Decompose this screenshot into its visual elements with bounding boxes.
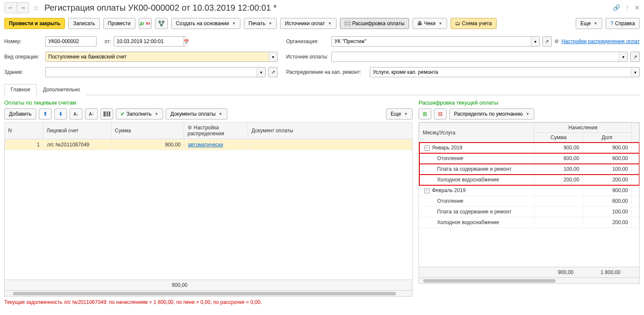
open-building-button[interactable]: ↗: [268, 67, 278, 77]
svg-rect-10: [108, 111, 109, 117]
collapse-icon[interactable]: −: [424, 146, 430, 151]
collapse-all-button[interactable]: ⊟: [434, 108, 447, 120]
left-footer-sum: 900,00: [115, 282, 187, 288]
tab-main[interactable]: Главное: [4, 84, 37, 95]
fill-button[interactable]: ✔ Заполнить▼: [116, 108, 163, 120]
right-footer-debt: 1 800,00: [577, 267, 624, 277]
tree-row[interactable]: Плата за содержание и ремонт 100,00 100,…: [419, 164, 639, 175]
more-button[interactable]: Еще▼: [576, 18, 602, 29]
org-label: Организация:: [286, 38, 329, 44]
nav-back-button[interactable]: ←: [5, 3, 17, 13]
col-sum2[interactable]: Сумма: [534, 133, 583, 143]
right-panel-title: Расшифровка текущей оплаты: [419, 99, 640, 106]
col-accruals[interactable]: Начисления: [534, 123, 632, 133]
move-down-button[interactable]: ⬇: [54, 108, 67, 120]
distribution-settings-link[interactable]: Настройки распределения оплат: [562, 38, 640, 44]
payments-table: N Лицевой счет Сумма ⚙ Настройка распред…: [4, 122, 413, 139]
add-button[interactable]: Добавить: [4, 108, 36, 120]
sort-desc-button[interactable]: A↑: [85, 108, 98, 120]
close-icon[interactable]: ✕: [635, 4, 640, 11]
more-vertical-icon[interactable]: ⋮: [624, 4, 630, 11]
svg-rect-9: [107, 111, 108, 117]
building-label: Здание:: [4, 69, 43, 75]
barcode-button[interactable]: [100, 108, 113, 120]
dropdown-icon[interactable]: ▾: [257, 67, 265, 77]
col-month-service[interactable]: Месяц/Услуга: [419, 123, 534, 143]
left-more-button[interactable]: Еще▼: [386, 108, 413, 120]
favorite-star-icon[interactable]: ☆: [32, 3, 41, 12]
dropdown-icon[interactable]: ▾: [619, 52, 627, 61]
svg-rect-6: [103, 111, 104, 117]
right-footer-sum: 900,00: [530, 267, 577, 277]
tree-row[interactable]: Отопление 600,00 600,00: [419, 153, 639, 164]
col-acct[interactable]: Лицевой счет: [43, 122, 111, 139]
right-hscrollbar[interactable]: [419, 278, 640, 284]
help-button[interactable]: ? Справка: [606, 18, 640, 29]
debt-summary: Текущая задолженность л/с №2011067049: п…: [4, 297, 413, 308]
tree-row[interactable]: Отопление 600,00: [419, 196, 639, 207]
date-field[interactable]: [114, 37, 183, 46]
distribute-default-button[interactable]: Распределить по умолчанию▼: [449, 108, 534, 120]
distribution-link[interactable]: автоматически: [188, 142, 223, 148]
sort-asc-button[interactable]: A↓: [70, 108, 82, 120]
tree-row[interactable]: Холодное водоснабжение 200,00 200,00: [419, 175, 639, 185]
save-button[interactable]: Записать: [68, 18, 100, 29]
left-panel-title: Оплаты по лицевым счетам: [4, 99, 413, 106]
col-doc[interactable]: Документ оплаты: [248, 122, 413, 139]
svg-rect-8: [105, 111, 106, 117]
dropdown-icon[interactable]: ▾: [631, 67, 639, 77]
create-based-on-button[interactable]: Создать на основании▼: [171, 18, 240, 29]
dt-kt-icon-button[interactable]: ДтКт: [139, 18, 152, 29]
breakdown-table: Месяц/Услуга Начисления Сумма Долг −Янва…: [419, 122, 639, 228]
accounting-scheme-button[interactable]: 🗂Схема учета: [451, 18, 497, 29]
tree-row[interactable]: −Январь 2019 900,00 900,00: [419, 143, 639, 153]
col-n[interactable]: N: [5, 122, 43, 139]
capdist-label: Распределение на кап. ремонт:: [286, 69, 367, 75]
payment-breakdown-button[interactable]: Расшифровка оплаты: [340, 18, 409, 29]
open-org-button[interactable]: ↗: [542, 36, 552, 47]
page-title: Регистрация оплаты УК00-000002 от 10.03.…: [44, 3, 609, 13]
calendar-icon-button[interactable]: 📅: [183, 37, 189, 46]
source-label: Источник оплаты:: [286, 54, 329, 60]
svg-rect-3: [345, 21, 351, 26]
structure-icon: [158, 20, 164, 26]
number-label: Номер:: [4, 38, 43, 44]
dropdown-icon[interactable]: ▾: [531, 37, 539, 46]
post-button[interactable]: Провести: [103, 18, 135, 29]
from-label: от:: [99, 38, 111, 44]
checks-button[interactable]: 🖶Чеки▼: [413, 18, 447, 29]
print-button[interactable]: Печать▼: [244, 18, 277, 29]
source-field[interactable]: [332, 52, 619, 61]
link-icon[interactable]: 🔗: [613, 4, 620, 11]
list-icon: [345, 21, 351, 26]
collapse-icon[interactable]: −: [424, 188, 430, 193]
post-and-close-button[interactable]: Провести и закрыть: [4, 18, 65, 29]
scheme-icon: 🗂: [455, 20, 460, 26]
org-field[interactable]: [332, 37, 531, 46]
tab-extra[interactable]: Дополнительно: [37, 84, 86, 95]
nav-forward-button[interactable]: →: [17, 3, 29, 13]
svg-rect-1: [162, 21, 164, 23]
col-dist[interactable]: ⚙ Настройка распределения: [184, 122, 248, 139]
gear-icon: ⚙: [554, 38, 559, 44]
structure-icon-button[interactable]: [155, 18, 168, 29]
capdist-field[interactable]: [370, 67, 631, 77]
tree-row[interactable]: −Февраль 2019 900,00: [419, 185, 639, 196]
col-sum[interactable]: Сумма: [111, 122, 184, 139]
dropdown-icon[interactable]: ▾: [269, 52, 277, 61]
building-field[interactable]: [46, 67, 257, 77]
left-hscrollbar[interactable]: [4, 291, 413, 297]
expand-all-button[interactable]: ⊞: [419, 108, 431, 120]
svg-rect-2: [161, 24, 162, 26]
optype-label: Вид операции:: [4, 54, 43, 60]
optype-field[interactable]: [46, 52, 269, 61]
tree-row[interactable]: Холодное водоснабжение 200,00: [419, 217, 639, 228]
col-debt[interactable]: Долг: [583, 133, 632, 143]
tree-row[interactable]: Плата за содержание и ремонт 100,00: [419, 207, 639, 217]
open-source-button[interactable]: ↗: [630, 52, 640, 62]
move-up-button[interactable]: ⬆: [39, 108, 52, 120]
payment-sources-button[interactable]: Источники оплат▼: [280, 18, 336, 29]
payment-docs-button[interactable]: Документы оплаты▼: [166, 108, 227, 120]
table-row[interactable]: 1 л/с №2011067049 900,00 автоматически: [5, 140, 412, 150]
printer-icon: 🖶: [417, 20, 422, 26]
